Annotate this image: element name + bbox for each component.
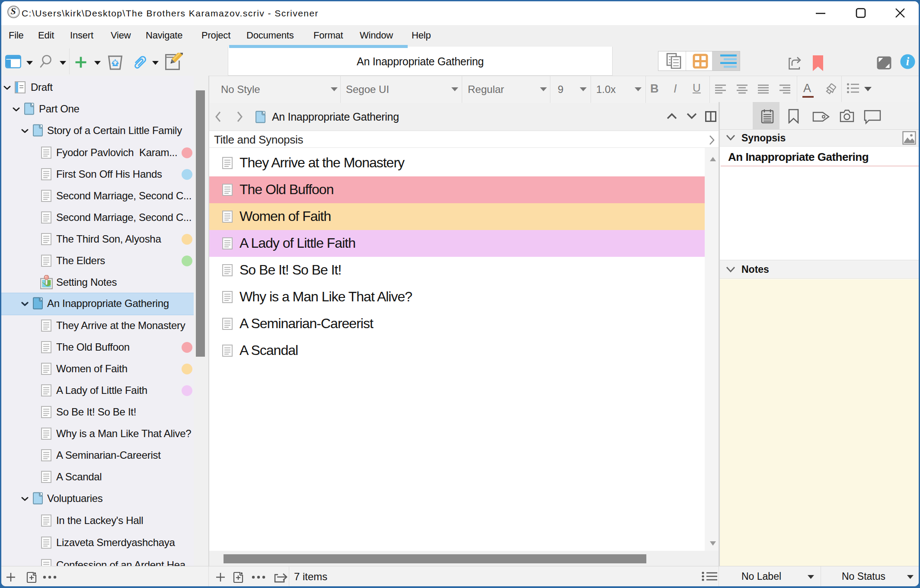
svg-text:i: i bbox=[906, 55, 910, 68]
